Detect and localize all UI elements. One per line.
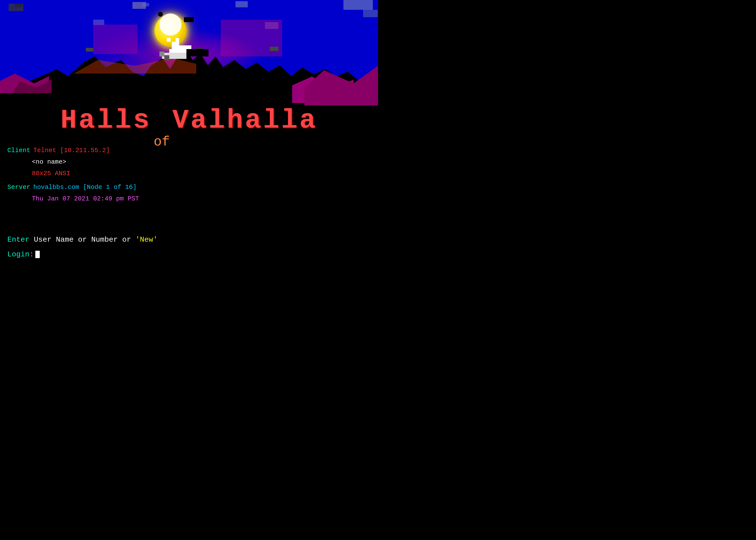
sky-dither-7 [363,10,378,17]
number-label: Number [91,235,118,244]
title-of: of [154,134,170,150]
sky-dither-4 [142,3,149,6]
username-text: User Name [34,235,73,244]
moon-pixel-2 [184,17,194,22]
grey-pixel-2 [164,55,169,60]
sky-dither-5 [235,1,248,7]
moon-pixel-1 [158,12,163,17]
name-value: <no name> [32,156,66,168]
login-line: Login: [7,250,40,259]
bbs-screen: Halls of Valhalla Client Telnet [10.211.… [0,0,378,270]
enter-label: Enter [7,235,30,244]
client-value: Telnet [10.211.55.2] [33,145,110,156]
grey-pixel-1 [160,52,164,57]
terminal-line: 80x25 ANSI [32,168,139,179]
terminal-value: 80x25 ANSI [32,168,70,179]
dither-edge-3 [270,47,278,51]
new-label: 'New' [135,235,158,244]
login-input[interactable] [36,250,183,259]
info-section: Client Telnet [10.211.55.2] <no name> 80… [7,145,139,204]
black-pixel-2 [187,49,208,57]
server-label: Server [7,182,30,193]
server-value: hovalbbs.com [Node 1 of 16] [33,182,137,193]
dither-edge-1 [86,48,93,52]
server-line: Server hovalbbs.com [Node 1 of 16] [7,182,139,193]
title-valhalla: Valhalla [172,105,317,136]
sky-dither-8 [93,20,104,25]
or1-label: or [78,235,87,244]
datetime-value: Thu Jan 07 2021 02:49 pm PST [32,193,139,204]
title-halls: Halls [61,105,151,136]
white-pixel-1 [167,38,171,42]
name-line: <no name> [32,156,139,168]
moon-white [160,14,182,36]
client-label: Client [7,145,30,156]
client-line: Client Telnet [10.211.55.2] [7,145,139,156]
datetime-line: Thu Jan 07 2021 02:49 pm PST [32,193,139,204]
login-label: Login: [7,250,34,259]
sky-dither-2 [15,4,22,7]
enter-line: Enter User Name or Number or 'New' [7,235,158,244]
white-pixel-2 [176,38,179,42]
title-area: Halls of Valhalla [0,98,378,142]
or2-label: or [122,235,131,244]
sky-dither-6 [343,0,373,10]
